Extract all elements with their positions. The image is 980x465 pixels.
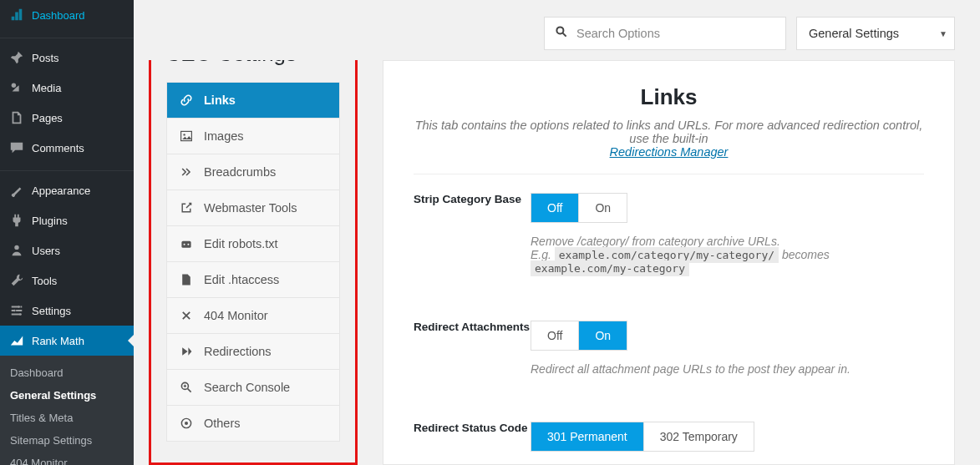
menu-label: Rank Math — [32, 335, 84, 347]
tab-redirections[interactable]: Redirections — [167, 334, 339, 370]
chevrons-icon — [179, 164, 194, 179]
seo-settings-panel: SEO Settings Links Images Breadcrumbs We… — [149, 60, 358, 465]
menu-label: Plugins — [32, 215, 68, 227]
menu-plugins[interactable]: Plugins — [0, 205, 134, 235]
tab-htaccess[interactable]: Edit .htaccess — [167, 262, 339, 298]
tab-label: Webmaster Tools — [204, 201, 297, 215]
tab-label: Others — [204, 417, 241, 430]
caret-down-icon: ▼ — [939, 29, 947, 38]
menu-settings[interactable]: Settings — [0, 296, 134, 326]
file-icon — [179, 272, 194, 287]
tab-robots[interactable]: Edit robots.txt — [167, 226, 339, 262]
tab-links[interactable]: Links — [167, 83, 339, 119]
svg-point-9 — [184, 244, 185, 245]
external-icon — [179, 200, 194, 215]
redirections-link[interactable]: Redirections Manager — [610, 145, 729, 159]
menu-pages[interactable]: Pages — [0, 103, 134, 133]
toggle-301[interactable]: 301 Permanent — [531, 422, 644, 451]
link-icon — [179, 93, 194, 108]
toggle-group: 301 Permanent 302 Temporary — [531, 422, 754, 452]
svg-point-5 — [556, 27, 563, 33]
search-options[interactable] — [544, 17, 786, 50]
x-icon — [179, 308, 194, 323]
option-strip-category: Strip Category Base Off On Remove /categ… — [414, 193, 924, 275]
dropdown-selected: General Settings — [809, 27, 899, 40]
svg-point-7 — [183, 134, 185, 135]
chart-icon — [8, 332, 25, 349]
menu-media[interactable]: Media — [0, 73, 134, 103]
tab-breadcrumbs[interactable]: Breadcrumbs — [167, 154, 339, 190]
tab-images[interactable]: Images — [167, 119, 339, 154]
option-help: Redirect all attachment page URLs to the… — [531, 362, 924, 376]
pages-icon — [8, 109, 25, 126]
menu-tools[interactable]: Tools — [0, 265, 134, 296]
menu-users[interactable]: Users — [0, 235, 134, 265]
svg-rect-8 — [181, 241, 190, 248]
submenu-404[interactable]: 404 Monitor — [0, 452, 134, 465]
option-label: Redirect Attachments — [414, 321, 531, 376]
toggle-off[interactable]: Off — [531, 321, 579, 350]
search-input[interactable] — [576, 27, 775, 40]
comments-icon — [8, 139, 25, 156]
media-icon — [8, 79, 25, 96]
plug-icon — [8, 212, 25, 229]
image-icon — [179, 129, 194, 144]
svg-point-3 — [13, 310, 16, 312]
option-redirect-attachments: Redirect Attachments Off On Redirect all… — [414, 321, 924, 376]
submenu-dashboard[interactable]: Dashboard — [0, 361, 134, 384]
svg-point-4 — [19, 313, 22, 316]
toggle-group: Off On — [531, 193, 627, 223]
toggle-302[interactable]: 302 Temporary — [644, 422, 754, 451]
divider — [414, 174, 924, 174]
svg-point-2 — [18, 306, 20, 308]
users-icon — [8, 242, 25, 259]
tab-label: Links — [204, 94, 236, 107]
option-control: Off On Remove /category/ from category a… — [531, 193, 924, 275]
tab-others[interactable]: Others — [167, 406, 339, 441]
submenu-sitemap[interactable]: Sitemap Settings — [0, 429, 134, 452]
tab-label: Edit .htaccess — [204, 273, 279, 286]
menu-posts[interactable]: Posts — [0, 43, 134, 73]
robot-icon — [179, 236, 194, 251]
toggle-on[interactable]: On — [579, 194, 627, 222]
submenu-general-settings[interactable]: General Settings — [0, 384, 134, 407]
settings-dropdown[interactable]: General Settings ▼ — [796, 17, 955, 50]
toggle-off[interactable]: Off — [531, 194, 579, 222]
menu-rank-math[interactable]: Rank Math — [0, 326, 134, 356]
code-example: example.com/my-category — [531, 260, 689, 276]
menu-label: Comments — [32, 142, 84, 154]
option-help: Remove /category/ from category archive … — [531, 235, 924, 275]
option-label: Redirect Status Code — [414, 422, 531, 452]
toggle-on[interactable]: On — [579, 321, 627, 350]
menu-label: Tools — [32, 275, 57, 287]
wp-submenu: Dashboard General Settings Titles & Meta… — [0, 356, 134, 465]
brush-icon — [8, 182, 25, 199]
tab-label: Images — [204, 129, 244, 143]
option-control: Off On Redirect all attachment page URLs… — [531, 321, 924, 376]
pin-icon — [8, 49, 25, 66]
tab-404[interactable]: 404 Monitor — [167, 298, 339, 334]
option-redirect-status: Redirect Status Code 301 Permanent 302 T… — [414, 422, 924, 452]
option-control: 301 Permanent 302 Temporary — [531, 422, 924, 452]
menu-label: Dashboard — [32, 9, 85, 22]
main-layout: SEO Settings Links Images Breadcrumbs We… — [134, 60, 980, 465]
tab-label: 404 Monitor — [204, 309, 268, 322]
settings-nav: Links Images Breadcrumbs Webmaster Tools… — [166, 82, 340, 442]
content-area: General Settings ▼ SEO Settings Links Im… — [134, 0, 980, 465]
options-title: Links — [414, 84, 924, 110]
menu-comments[interactable]: Comments — [0, 133, 134, 163]
menu-label: Posts — [32, 52, 59, 64]
menu-label: Settings — [32, 305, 71, 317]
topbar: General Settings ▼ — [134, 0, 980, 60]
menu-label: Appearance — [32, 184, 90, 197]
svg-point-1 — [14, 245, 18, 250]
search-icon — [555, 25, 568, 42]
menu-appearance[interactable]: Appearance — [0, 175, 134, 205]
tab-search-console[interactable]: Search Console — [167, 370, 339, 406]
tab-webmaster[interactable]: Webmaster Tools — [167, 190, 339, 226]
sliders-icon — [8, 302, 25, 319]
menu-dashboard[interactable]: Dashboard — [0, 0, 134, 30]
panel-title: SEO Settings — [166, 60, 340, 67]
menu-label: Pages — [32, 112, 63, 124]
submenu-titles-meta[interactable]: Titles & Meta — [0, 407, 134, 429]
